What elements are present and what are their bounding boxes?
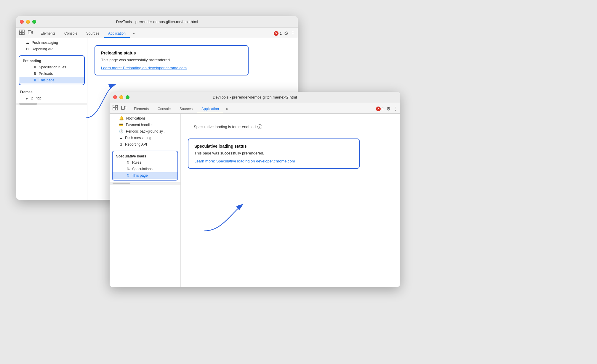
device-icon-1[interactable]: [27, 29, 33, 36]
error-badge-1: ✕ 1: [274, 31, 282, 36]
preloading-learn-more-link[interactable]: Learn more: Preloading on developer.chro…: [101, 66, 187, 70]
error-x-icon-2: ✕: [376, 107, 381, 111]
sidebar-item-this-page-2[interactable]: ⇅ This page: [113, 172, 177, 179]
close-button-1[interactable]: [20, 20, 24, 24]
svg-rect-4: [28, 30, 31, 34]
devtools-body-2: 🔔 Notifications 💳 Payment handler 🕐 Peri…: [110, 114, 400, 287]
speculative-loads-box: Speculative loads ⇅ Rules ⇅ Speculations…: [112, 151, 178, 181]
gear-icon-2[interactable]: ⚙: [386, 106, 390, 112]
sidebar-item-preloads-1[interactable]: ⇅ Preloads: [19, 70, 84, 77]
sidebar-item-speculation-rules-1[interactable]: ⇅ Speculation rules: [19, 64, 84, 70]
speculative-status-box: Speculative loading status This page was…: [188, 138, 360, 169]
preloading-status-text: This page was successfully prerendered.: [101, 58, 242, 62]
updown-icon-rules: ⇅: [127, 160, 130, 165]
maximize-button-1[interactable]: [32, 20, 36, 24]
preloading-status-box: Preloading status This page was successf…: [95, 45, 249, 75]
maximize-button-2[interactable]: [126, 95, 129, 99]
svg-rect-2: [20, 33, 22, 35]
menu-icon-1[interactable]: ⋮: [291, 30, 295, 36]
inspect-icon-2[interactable]: [112, 104, 119, 111]
preloading-box-1: Preloading ⇅ Speculation rules ⇅ Preload…: [19, 55, 85, 85]
cloud-icon-1: ☁: [26, 41, 29, 45]
sidebar-1: ☁ Push messaging 🗋 Reporting API Preload…: [16, 38, 87, 200]
tree-arrow-1: ▶: [26, 97, 28, 100]
speculative-loads-header: Speculative loads: [113, 152, 177, 159]
speculative-learn-more-link[interactable]: Learn more: Speculative loading on devel…: [194, 159, 295, 163]
traffic-lights-1: [20, 20, 36, 24]
clock-icon-2: 🕐: [119, 129, 124, 133]
updown-icon-spec-1: ⇅: [33, 65, 36, 69]
folder-icon-1: 🗋: [31, 96, 34, 100]
close-button-2[interactable]: [113, 95, 117, 99]
svg-rect-10: [121, 106, 124, 109]
doc-icon-2: 🗋: [119, 142, 123, 146]
tab-bar-right-1: ✕ 1 ⚙ ⋮: [274, 30, 295, 38]
bell-icon-2: 🔔: [119, 116, 124, 120]
minimize-button-2[interactable]: [119, 95, 123, 99]
sidebar-2: 🔔 Notifications 💳 Payment handler 🕐 Peri…: [110, 114, 181, 287]
sidebar-item-notifications-2[interactable]: 🔔 Notifications: [110, 115, 180, 122]
scrollbar-thumb-1: [19, 103, 37, 105]
updown-icon-preloads-1: ⇅: [33, 72, 36, 76]
tab-more-1[interactable]: »: [130, 30, 137, 38]
scrollbar-thumb-2: [113, 183, 130, 184]
cloud-icon-2: ☁: [119, 136, 123, 140]
sidebar-item-reporting-api-1[interactable]: 🗋 Reporting API: [16, 46, 87, 52]
tab-elements-1[interactable]: Elements: [36, 30, 60, 38]
window-title-1: DevTools - prerender-demos.glitch.me/nex…: [116, 20, 198, 24]
svg-rect-11: [125, 107, 126, 109]
title-bar-1: DevTools - prerender-demos.glitch.me/nex…: [16, 16, 298, 28]
updown-icon-thispage-2: ⇅: [127, 173, 130, 178]
speculative-status-text: This page was successfully prerendered.: [194, 151, 353, 155]
svg-rect-7: [116, 105, 118, 107]
tab-elements-2[interactable]: Elements: [130, 105, 153, 113]
sidebar-item-push-2[interactable]: ☁ Push messaging: [110, 135, 180, 141]
tab-sources-1[interactable]: Sources: [82, 30, 103, 38]
title-bar-2: DevTools - prerender-demos.glitch.me/nex…: [110, 92, 400, 103]
error-x-icon-1: ✕: [274, 31, 279, 36]
scrollbar-2[interactable]: [110, 182, 180, 185]
preloading-header-1: Preloading: [19, 57, 84, 64]
tab-application-2[interactable]: Application: [197, 105, 223, 113]
main-content-2: Speculative loading is force-enabled i S…: [181, 114, 400, 287]
updown-icon-speculations: ⇅: [127, 167, 130, 171]
tab-bar-right-2: ✕ 1 ⚙ ⋮: [376, 106, 398, 113]
sidebar-item-rules-2[interactable]: ⇅ Rules: [113, 159, 177, 166]
tab-bar-1: Elements Console Sources Application » ✕…: [16, 28, 298, 38]
sidebar-item-payment-2[interactable]: 💳 Payment handler: [110, 122, 180, 128]
svg-rect-5: [32, 31, 33, 33]
tab-more-2[interactable]: »: [224, 105, 231, 113]
payment-icon-2: 💳: [119, 123, 124, 127]
sidebar-item-reporting-2[interactable]: 🗋 Reporting API: [110, 141, 180, 148]
info-icon-2[interactable]: i: [257, 124, 262, 129]
doc-icon-1: 🗋: [26, 47, 29, 51]
tab-sources-2[interactable]: Sources: [175, 105, 197, 113]
tab-console-1[interactable]: Console: [60, 30, 81, 38]
minimize-button-1[interactable]: [26, 20, 30, 24]
sidebar-item-top-1[interactable]: ▶ 🗋 top: [16, 95, 87, 102]
sidebar-item-push-messaging-1[interactable]: ☁ Push messaging: [16, 39, 87, 46]
gear-icon-1[interactable]: ⚙: [284, 30, 288, 36]
svg-rect-6: [113, 105, 115, 107]
inspect-icon-1[interactable]: [19, 29, 25, 36]
svg-rect-9: [116, 108, 118, 110]
sidebar-section-frames-1: Frames ▶ 🗋 top: [16, 87, 87, 103]
tab-bar-icons-1: [19, 29, 33, 38]
svg-rect-1: [22, 30, 24, 32]
preloading-status-title: Preloading status: [101, 51, 242, 55]
sidebar-item-this-page-1[interactable]: ⇅ This page: [19, 77, 84, 83]
tab-application-1[interactable]: Application: [104, 30, 130, 38]
sidebar-item-speculations-2[interactable]: ⇅ Speculations: [113, 166, 177, 172]
speculative-status-title: Speculative loading status: [194, 144, 353, 149]
menu-icon-2[interactable]: ⋮: [393, 106, 398, 112]
device-icon-2[interactable]: [120, 104, 127, 111]
svg-rect-8: [113, 108, 115, 110]
sidebar-item-periodic-2[interactable]: 🕐 Periodic background sy...: [110, 128, 180, 135]
tab-console-2[interactable]: Console: [153, 105, 175, 113]
updown-icon-thispage-1: ⇅: [33, 78, 36, 82]
sidebar-section-top-2: 🔔 Notifications 💳 Payment handler 🕐 Peri…: [110, 114, 180, 149]
window-title-2: DevTools - prerender-demos.glitch.me/nex…: [213, 95, 297, 99]
tab-bar-2: Elements Console Sources Application » ✕…: [110, 103, 400, 114]
scrollbar-1[interactable]: [16, 103, 87, 105]
devtools-window-2: DevTools - prerender-demos.glitch.me/nex…: [110, 92, 400, 287]
